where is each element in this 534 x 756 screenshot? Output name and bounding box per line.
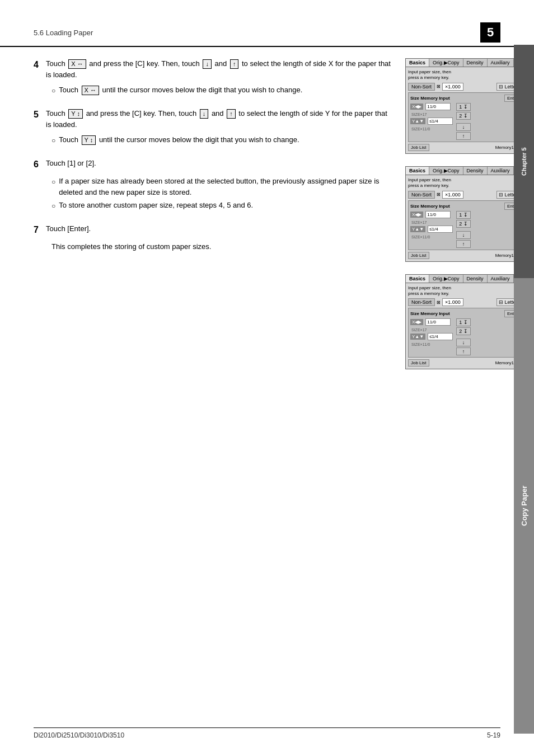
up-icon-box-5: ↑ <box>227 109 236 119</box>
ui-panel-body-1: Input paper size, thenpress a memory key… <box>406 67 525 153</box>
bullet-6-2: ○ <box>51 201 55 211</box>
tab-basics-1[interactable]: Basics <box>406 59 429 67</box>
page-container: 5.6 Loading Paper 5 4 Touch X ↔ and pres… <box>0 0 534 756</box>
y-row-1: Y▲▼ ≤1/4 <box>410 118 453 125</box>
step-6-sub-2: ○ To store another custom paper size, re… <box>51 200 394 211</box>
step-7-num: 7 <box>34 223 41 237</box>
x-val-2: 11/0 <box>425 211 451 218</box>
side-bar: Chapter 5 Copy Paper <box>514 45 534 734</box>
step-6-text: Touch [1] or [2]. <box>46 158 96 169</box>
x-row-1: X◀▶ 11/0 <box>410 103 453 110</box>
x-val-3: 11/0 <box>425 318 451 326</box>
step-4-text: Touch X ↔ and press the [C] key. Then, t… <box>46 58 394 80</box>
y-row-2: Y▲▼ ≤1/4 <box>410 226 453 233</box>
step-6-num: 6 <box>34 158 41 171</box>
step-6-sub-text-2: To store another custom paper size, repe… <box>59 200 253 211</box>
step-6-sub-text-1: If a paper size has already been stored … <box>59 176 394 198</box>
y-val-2: ≤1/4 <box>428 226 453 233</box>
up-btn-3[interactable]: ↑ <box>456 348 471 355</box>
panel-1-hint: Input paper size, thenpress a memory key… <box>408 69 523 81</box>
step-5-block: 5 Touch Y ↕ and press the [C] key. Then,… <box>34 108 394 145</box>
non-sort-btn-2[interactable]: Non-Sort <box>408 191 435 199</box>
tab-origcopy-1[interactable]: Orig.▶Copy <box>429 59 463 67</box>
job-list-btn-3[interactable]: Job List <box>408 359 429 367</box>
copy-paper-label: Copy Paper <box>514 278 534 734</box>
ui-panel-body-2: Input paper size, thenpress a memory key… <box>406 175 525 261</box>
x-icon-box-sub: X ↔ <box>82 86 99 95</box>
bullet-5-1: ○ <box>51 135 55 145</box>
footer-page: 5-19 <box>487 731 500 739</box>
size-note2-1: SIZE×11/0 <box>410 127 453 131</box>
step-4-sub-text: Touch X ↔ until the cursor moves below t… <box>59 84 302 96</box>
tab-density-3[interactable]: Density <box>463 275 488 283</box>
mem-btn-2-2[interactable]: 2 ↧ <box>456 220 471 228</box>
step-7-block: 7 Touch [Enter]. This completes the stor… <box>34 223 394 252</box>
up-btn-2[interactable]: ↑ <box>456 240 471 248</box>
size-label-3: Size Memory Input <box>410 311 450 316</box>
up-btn-1[interactable]: ↑ <box>456 132 471 140</box>
x-val-1: 11/0 <box>425 103 451 110</box>
non-sort-row-2: Non-Sort ⊠ ×1.000 ⊟ Letter□ <box>408 191 523 199</box>
size-label-2: Size Memory Input <box>410 204 450 209</box>
ui-panel-1: Basics Orig.▶Copy Density Auxiliary 1 In… <box>405 58 526 154</box>
tab-density-2[interactable]: Density <box>463 167 488 175</box>
step-5-num: 5 <box>34 108 41 121</box>
tab-origcopy-3[interactable]: Orig.▶Copy <box>429 275 463 283</box>
size-area-1: Size Memory Input Enter X◀▶ 11/0 SIZE×17 <box>408 92 523 142</box>
step-7-text: Touch [Enter]. <box>46 223 91 234</box>
step-6-sub-1: ○ If a paper size has already been store… <box>51 176 394 198</box>
bullet-4-1: ○ <box>51 86 55 96</box>
tab-origcopy-2[interactable]: Orig.▶Copy <box>429 167 463 175</box>
down-btn-3[interactable]: ↓ <box>456 339 471 346</box>
size-note-3: SIZE×17 <box>410 328 453 332</box>
y-icon-box-sub: Y ↕ <box>82 135 96 145</box>
tab-auxiliary-1[interactable]: Auxiliary <box>488 59 514 67</box>
y-arrow-1: Y▲▼ <box>410 118 425 124</box>
step-6-sub: ○ If a paper size has already been store… <box>51 176 394 211</box>
tab-auxiliary-3[interactable]: Auxiliary <box>488 275 514 283</box>
x-arrow-2: X◀▶ <box>410 212 423 218</box>
bullet-6-1: ○ <box>51 177 55 187</box>
x-row-2: X◀▶ 11/0 <box>410 211 453 218</box>
tab-auxiliary-2[interactable]: Auxiliary <box>488 167 514 175</box>
size-note-1: SIZE×17 <box>410 112 453 116</box>
ui-panel-body-3: Input paper size, thenpress a memory key… <box>406 283 525 369</box>
mem-btn-1-2[interactable]: 1 ↧ <box>456 211 471 219</box>
mem-btn-1-1[interactable]: 1 ↧ <box>456 103 471 111</box>
step-6-title: 6 Touch [1] or [2]. <box>34 158 394 171</box>
footer-model: Di2010/Di2510/Di3010/Di3510 <box>34 731 124 739</box>
ui-tabs-3: Basics Orig.▶Copy Density Auxiliary 1 <box>406 275 525 283</box>
size-note2-2: SIZE×11/0 <box>410 235 453 239</box>
tab-density-1[interactable]: Density <box>463 59 488 67</box>
tab-basics-2[interactable]: Basics <box>406 167 429 175</box>
ratio-sep-3: ⊠ <box>437 300 441 305</box>
step-4-title: 4 Touch X ↔ and press the [C] key. Then,… <box>34 58 394 80</box>
mem-btn-2-3[interactable]: 2 ↧ <box>456 327 471 335</box>
tab-basics-3[interactable]: Basics <box>406 275 429 283</box>
mem-btn-2-1[interactable]: 2 ↧ <box>456 112 471 120</box>
x-arrow-1: X◀▶ <box>410 104 423 110</box>
panel-2-hint: Input paper size, thenpress a memory key… <box>408 177 523 189</box>
x-icon-box: X ↔ <box>68 59 86 69</box>
panel-3-hint: Input paper size, thenpress a memory key… <box>408 285 523 297</box>
y-icon-box: Y ↕ <box>68 109 83 119</box>
chapter-label: Chapter 5 <box>514 45 534 278</box>
ui-tabs-1: Basics Orig.▶Copy Density Auxiliary 1 <box>406 59 525 67</box>
mem-btn-1-3[interactable]: 1 ↧ <box>456 318 471 326</box>
down-btn-1[interactable]: ↓ <box>456 123 471 131</box>
ratio-sep-2: ⊠ <box>437 192 441 197</box>
content-area: 4 Touch X ↔ and press the [C] key. Then,… <box>0 58 534 372</box>
size-area-3: Size Memory Input Enter X◀▶ 11/0 SIZE×17 <box>408 308 523 358</box>
down-btn-2[interactable]: ↓ <box>456 231 471 239</box>
ui-tabs-2: Basics Orig.▶Copy Density Auxiliary 1 <box>406 167 525 175</box>
ratio-val-3: ×1.000 <box>442 298 463 306</box>
non-sort-btn-3[interactable]: Non-Sort <box>408 298 435 306</box>
job-list-btn-2[interactable]: Job List <box>408 252 429 259</box>
page-footer: Di2010/Di2510/Di3010/Di3510 5-19 <box>34 727 500 739</box>
y-val-1: ≤1/4 <box>428 118 453 125</box>
ui-bottom-3: Job List Memory100% <box>408 359 523 367</box>
job-list-btn-1[interactable]: Job List <box>408 144 429 151</box>
step-4-sub: ○ Touch X ↔ until the cursor moves below… <box>51 84 394 96</box>
non-sort-btn-1[interactable]: Non-Sort <box>408 83 435 91</box>
y-row-3: Y▲▼ ≤1/4 <box>410 333 453 340</box>
